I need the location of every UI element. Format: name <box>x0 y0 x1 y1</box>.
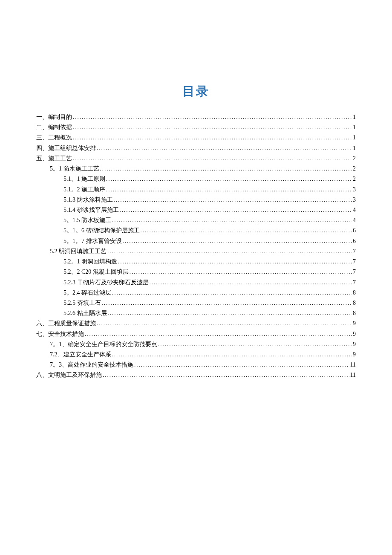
toc-entry-label: 5.2。1 明洞回填构造 <box>63 257 117 267</box>
toc-entry-leader <box>150 278 352 288</box>
toc-entry-leader <box>97 318 352 329</box>
toc-entry-label: 5。1。6 砖砌结构保护层施工 <box>63 225 140 236</box>
toc-entry: 5。1.5 防水板施工4 <box>36 215 356 225</box>
toc-entry: 5。1。6 砖砌结构保护层施工6 <box>36 225 356 236</box>
toc-entry: 5。1 防水施工工艺2 <box>36 164 356 174</box>
toc-entry: 六、工程质量保证措施9 <box>36 318 356 329</box>
toc-entry-label: 一、编制目的 <box>36 112 72 122</box>
toc-title: 目录 <box>36 83 356 100</box>
toc-entry-page: 1 <box>353 143 356 153</box>
toc-entry-leader <box>107 246 352 257</box>
toc-entry: 5.2.5 夯填土石8 <box>36 298 356 308</box>
toc-entry: 5.1.3 防水涂料施工3 <box>36 195 356 205</box>
toc-entry: 四、施工组织总体安排1 <box>36 143 356 153</box>
toc-entry-label: 三、工程概况 <box>36 133 72 143</box>
toc-entry-label: 7。1、确定安全生产目标的安全防范要点 <box>50 339 157 350</box>
toc-entry-label: 5。1 防水施工工艺 <box>50 164 99 174</box>
toc-entry-page: 7 <box>353 267 356 277</box>
toc-entry-page: 9 <box>353 329 356 339</box>
toc-entry-page: 6 <box>353 236 356 246</box>
toc-entry-page: 2 <box>353 174 356 184</box>
toc-entry-leader <box>106 185 352 195</box>
toc-entry-leader <box>134 360 349 370</box>
toc-entry-label: 五、施工工艺 <box>36 153 72 164</box>
toc-entry: 7。1、确定安全生产目标的安全防范要点9 <box>36 339 356 350</box>
toc-entry-page: 7 <box>353 246 356 257</box>
toc-entry-label: 5.2。2 C20 混凝土回填层 <box>63 267 129 277</box>
toc-entry: 7。3、高处作业的安全技术措施11 <box>36 360 356 370</box>
toc-entry-label: 5。2.4 碎石过滤层 <box>63 288 111 298</box>
toc-entry-label: 七、安全技术措施 <box>36 329 84 339</box>
toc-entry-label: 5。1.5 防水板施工 <box>63 215 111 225</box>
toc-list: 一、编制目的1二、编制依据1三、工程概况1四、施工组织总体安排1五、施工工艺25… <box>36 112 356 381</box>
toc-entry-leader <box>108 308 352 318</box>
toc-entry-leader <box>130 267 352 277</box>
toc-entry-leader <box>112 288 352 298</box>
toc-entry-label: 7.2、建立安全生产体系 <box>50 350 111 360</box>
toc-entry: 八、文明施工及环保措施11 <box>36 370 356 380</box>
toc-entry-leader <box>102 298 352 308</box>
toc-entry-page: 9 <box>353 350 356 360</box>
toc-entry: 5.1.4 砂浆找平层施工4 <box>36 205 356 215</box>
toc-entry: 5.2。2 C20 混凝土回填层7 <box>36 267 356 277</box>
toc-entry-leader <box>141 225 352 236</box>
toc-entry-page: 2 <box>353 164 356 174</box>
toc-entry-leader <box>85 329 352 339</box>
toc-entry-leader <box>73 133 352 143</box>
toc-entry-label: 5.1。1 施工原则 <box>63 174 105 184</box>
toc-entry-page: 11 <box>350 370 356 380</box>
toc-entry: 五、施工工艺2 <box>36 153 356 164</box>
toc-entry-page: 8 <box>353 288 356 298</box>
toc-entry-label: 5.2 明洞回填施工工艺 <box>50 246 107 257</box>
toc-entry-label: 5.2.6 粘土隔水层 <box>63 308 107 318</box>
toc-entry: 5.2.3 干砌片石及砂夹卵石反滤层7 <box>36 278 356 288</box>
toc-entry-leader <box>106 174 352 184</box>
toc-entry-label: 5.1.4 砂浆找平层施工 <box>63 205 119 215</box>
toc-entry-page: 8 <box>353 308 356 318</box>
toc-entry-leader <box>123 236 352 246</box>
toc-entry-leader <box>114 195 352 205</box>
toc-entry-page: 6 <box>353 225 356 236</box>
toc-entry: 5.2 明洞回填施工工艺7 <box>36 246 356 257</box>
toc-entry-leader <box>100 164 352 174</box>
toc-entry-page: 11 <box>350 360 356 370</box>
toc-entry-label: 5.2.3 干砌片石及砂夹卵石反滤层 <box>63 278 149 288</box>
toc-entry-page: 9 <box>353 318 356 329</box>
toc-entry-page: 1 <box>353 133 356 143</box>
toc-entry-leader <box>112 350 352 360</box>
toc-entry-label: 5.1.3 防水涂料施工 <box>63 195 113 205</box>
toc-entry-leader <box>158 339 352 350</box>
toc-entry-label: 5。1。7 排水盲管安设 <box>63 236 122 246</box>
toc-entry-leader <box>118 257 352 267</box>
toc-entry-page: 2 <box>353 153 356 164</box>
toc-entry-page: 3 <box>353 185 356 195</box>
toc-entry-leader <box>73 122 352 133</box>
toc-entry-page: 1 <box>353 122 356 133</box>
toc-entry: 一、编制目的1 <box>36 112 356 122</box>
toc-entry-label: 四、施工组织总体安排 <box>36 143 96 153</box>
toc-entry: 5.1。2 施工顺序3 <box>36 185 356 195</box>
toc-entry-leader <box>97 143 352 153</box>
toc-entry: 5。1。7 排水盲管安设6 <box>36 236 356 246</box>
toc-entry-leader <box>73 153 352 164</box>
toc-entry: 7.2、建立安全生产体系9 <box>36 350 356 360</box>
toc-entry-page: 7 <box>353 278 356 288</box>
toc-entry-leader <box>73 112 352 122</box>
toc-entry-label: 5.1。2 施工顺序 <box>63 185 105 195</box>
toc-entry-page: 8 <box>353 298 356 308</box>
toc-entry: 5.2。1 明洞回填构造7 <box>36 257 356 267</box>
toc-entry-label: 六、工程质量保证措施 <box>36 318 96 329</box>
toc-entry-label: 二、编制依据 <box>36 122 72 133</box>
toc-entry-label: 5.2.5 夯填土石 <box>63 298 101 308</box>
toc-entry: 5.1。1 施工原则2 <box>36 174 356 184</box>
toc-entry-leader <box>103 370 349 380</box>
toc-entry: 二、编制依据1 <box>36 122 356 133</box>
toc-entry-page: 1 <box>353 112 356 122</box>
toc-entry-leader <box>120 205 352 215</box>
toc-entry-page: 9 <box>353 339 356 350</box>
toc-entry: 三、工程概况1 <box>36 133 356 143</box>
toc-entry-label: 八、文明施工及环保措施 <box>36 370 102 380</box>
toc-entry-page: 7 <box>353 257 356 267</box>
toc-entry-label: 7。3、高处作业的安全技术措施 <box>50 360 133 370</box>
toc-entry-page: 4 <box>353 215 356 225</box>
